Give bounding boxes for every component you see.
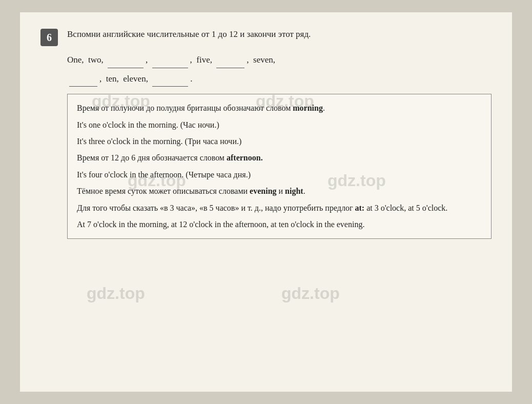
infobox-para1: Время от полуночи до полудня британцы об… [77, 102, 482, 115]
infobox-para2: It's one o'clock in the morning. (Час но… [77, 118, 482, 132]
exercise-number: 6 [40, 29, 58, 46]
infobox-para3: It's three o'clock in the morning. (Три … [77, 135, 482, 148]
exercise-header: 6 Вспомни английские числительные от 1 д… [40, 28, 492, 46]
sequence-line-2: , ten, eleven, . [67, 71, 492, 87]
info-box: Время от полуночи до полудня британцы об… [67, 94, 492, 239]
afternoon-bold: afternoon. [227, 153, 263, 162]
night-bold: night [285, 187, 303, 195]
blank-4[interactable] [69, 86, 97, 87]
infobox-para6: Тёмное время суток может описываться сло… [77, 185, 482, 198]
watermark-5: gdz.top [87, 284, 145, 303]
blank-2[interactable] [152, 68, 188, 68]
exercise-instruction: Вспомни английские числительные от 1 до … [67, 28, 311, 41]
morning-bold: morning [293, 104, 323, 112]
blank-5[interactable] [152, 86, 188, 87]
at-bold: at: [355, 204, 364, 212]
infobox-para4: Время от 12 до 6 дня обозначается словом… [77, 151, 482, 165]
infobox-para7: Для того чтобы сказать «в 3 часа», «в 5 … [77, 201, 482, 215]
sequence-line-1: One, two, , , five, , seven, [67, 52, 492, 68]
watermark-6: gdz.top [281, 284, 340, 303]
blank-3[interactable] [216, 68, 244, 68]
infobox-para5: It's four o'clock in the afternoon. (Чет… [77, 168, 482, 181]
evening-bold: evening [250, 187, 276, 195]
page: gdz.top gdz.top gdz.top gdz.top gdz.top … [20, 12, 512, 392]
blank-1[interactable] [108, 68, 144, 68]
infobox-para8: At 7 o'clock in the morning, at 12 o'clo… [77, 218, 482, 231]
